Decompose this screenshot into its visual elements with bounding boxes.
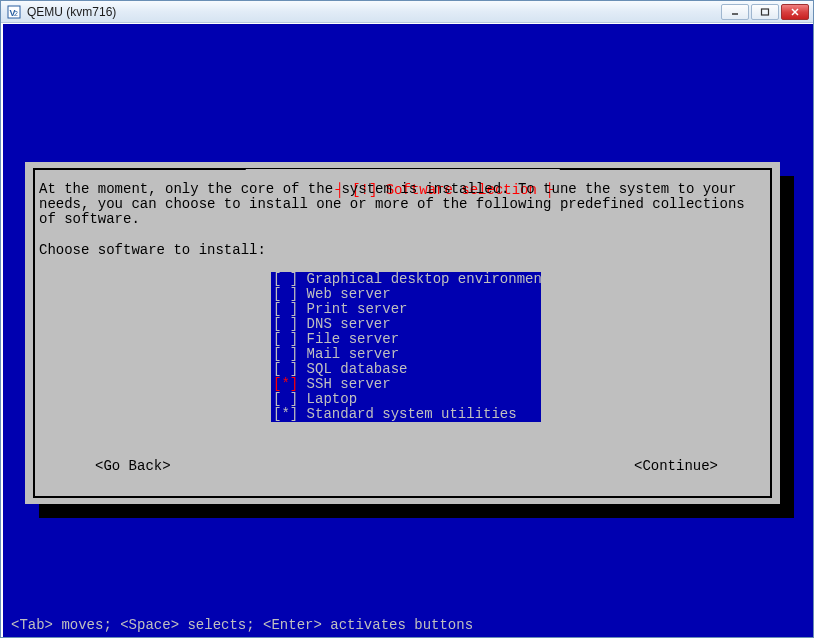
- option-label: Print server: [298, 301, 407, 317]
- option-label: Graphical desktop environment: [298, 271, 550, 287]
- option-graphical-desktop-environment[interactable]: [ ] Graphical desktop environment: [271, 272, 541, 287]
- checkbox-icon: [*]: [273, 376, 298, 392]
- svg-text:2: 2: [14, 10, 18, 17]
- option-label: DNS server: [298, 316, 390, 332]
- checkbox-icon: [ ]: [273, 331, 298, 347]
- close-button[interactable]: [781, 4, 809, 20]
- vm-screen: ┤ [!] Software selection ├ At the moment…: [3, 24, 813, 637]
- checkbox-icon: [ ]: [273, 301, 298, 317]
- checkbox-icon: [ ]: [273, 286, 298, 302]
- maximize-button[interactable]: [751, 4, 779, 20]
- option-sql-database[interactable]: [ ] SQL database: [271, 362, 541, 377]
- checkbox-icon: [ ]: [273, 391, 298, 407]
- option-laptop[interactable]: [ ] Laptop: [271, 392, 541, 407]
- minimize-button[interactable]: [721, 4, 749, 20]
- software-selection-dialog: ┤ [!] Software selection ├ At the moment…: [25, 162, 780, 504]
- option-label: Laptop: [298, 391, 357, 407]
- option-list[interactable]: [ ] Graphical desktop environment[ ] Web…: [271, 272, 541, 422]
- checkbox-icon: [ ]: [273, 271, 298, 287]
- checkbox-icon: [*]: [273, 406, 298, 422]
- intro-text: At the moment, only the core of the syst…: [39, 182, 766, 227]
- checkbox-icon: [ ]: [273, 316, 298, 332]
- window-frame: V 2 QEMU (kvm716): [0, 0, 814, 638]
- option-file-server[interactable]: [ ] File server: [271, 332, 541, 347]
- option-print-server[interactable]: [ ] Print server: [271, 302, 541, 317]
- option-label: Mail server: [298, 346, 399, 362]
- app-icon: V 2: [7, 5, 21, 19]
- option-mail-server[interactable]: [ ] Mail server: [271, 347, 541, 362]
- option-label: Web server: [298, 286, 390, 302]
- option-label: SQL database: [298, 361, 407, 377]
- checkbox-icon: [ ]: [273, 361, 298, 377]
- footer-hint: <Tab> moves; <Space> selects; <Enter> ac…: [11, 617, 473, 633]
- go-back-button[interactable]: <Go Back>: [95, 458, 171, 474]
- option-label: SSH server: [298, 376, 390, 392]
- svg-rect-4: [762, 9, 769, 15]
- option-ssh-server[interactable]: [*] SSH server: [271, 377, 541, 392]
- checkbox-icon: [ ]: [273, 346, 298, 362]
- option-label: File server: [298, 331, 399, 347]
- continue-button[interactable]: <Continue>: [634, 458, 718, 474]
- window-title: QEMU (kvm716): [27, 5, 116, 19]
- prompt-text: Choose software to install:: [39, 242, 766, 258]
- window-controls: [721, 4, 809, 20]
- option-dns-server[interactable]: [ ] DNS server: [271, 317, 541, 332]
- option-standard-system-utilities[interactable]: [*] Standard system utilities: [271, 407, 541, 422]
- option-web-server[interactable]: [ ] Web server: [271, 287, 541, 302]
- option-label: Standard system utilities: [298, 406, 516, 422]
- titlebar[interactable]: V 2 QEMU (kvm716): [1, 1, 813, 23]
